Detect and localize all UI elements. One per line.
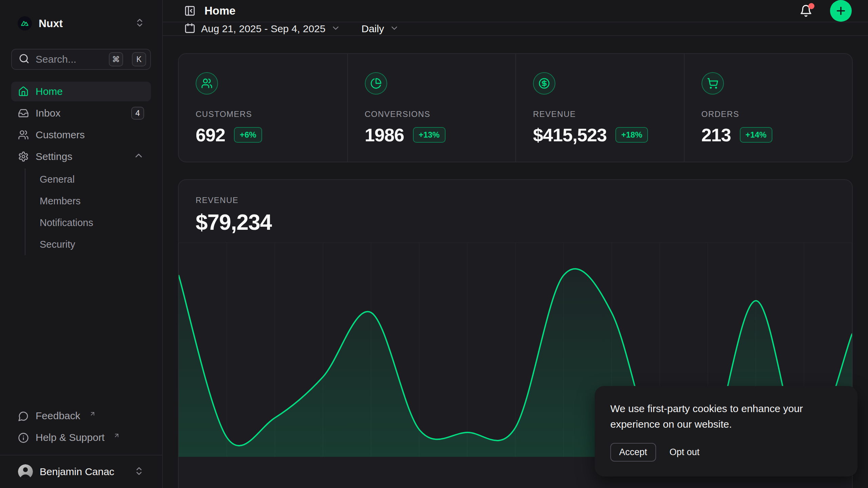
sub-item-label: General xyxy=(40,174,75,185)
stat-delta-badge: +14% xyxy=(740,127,772,143)
sidebar-item-label: Inbox xyxy=(36,107,124,119)
stat-card-revenue[interactable]: REVENUE $415,523 +18% xyxy=(515,54,684,162)
sidebar-item-settings[interactable]: Settings xyxy=(11,147,151,166)
chevrons-up-down-icon xyxy=(134,466,144,477)
stat-value: 1986 xyxy=(365,124,404,145)
stat-label: REVENUE xyxy=(533,109,667,119)
sidebar-nav: Home Inbox 4 Customers Settings General xyxy=(11,82,151,255)
stat-card-conversions[interactable]: CONVERSIONS 1986 +13% xyxy=(347,54,516,162)
search-input[interactable]: Search... ⌘ K xyxy=(11,49,151,70)
notifications-button[interactable] xyxy=(800,4,812,17)
external-link-icon xyxy=(113,430,120,441)
sidebar-item-label: Home xyxy=(36,86,144,97)
optout-cookies-button[interactable]: Opt out xyxy=(670,447,700,458)
footer-item-label: Help & Support xyxy=(36,432,104,443)
revenue-panel-label: REVENUE xyxy=(196,196,835,205)
add-button[interactable] xyxy=(830,0,852,22)
brand-name: Nuxt xyxy=(39,17,128,30)
panel-left-close-icon xyxy=(184,5,196,17)
chevron-down-icon xyxy=(390,23,399,34)
sidebar-item-customers[interactable]: Customers xyxy=(11,125,151,145)
stat-delta-badge: +18% xyxy=(615,127,648,143)
users-icon xyxy=(196,72,218,95)
cookie-banner: We use first-party cookies to enhance yo… xyxy=(595,386,857,476)
sidebar-item-general[interactable]: General xyxy=(36,168,151,190)
sidebar-item-security[interactable]: Security xyxy=(36,233,151,255)
home-icon xyxy=(18,86,29,97)
users-icon xyxy=(18,129,29,140)
sidebar-collapse-button[interactable] xyxy=(184,5,196,17)
plus-icon xyxy=(835,5,847,17)
sidebar-item-label: Customers xyxy=(36,129,144,141)
stat-card-orders[interactable]: ORDERS 213 +14% xyxy=(684,54,852,162)
stat-label: CONVERSIONS xyxy=(365,109,499,119)
sidebar: Nuxt Search... ⌘ K Home Inbox 4 xyxy=(0,0,163,488)
stat-value: 692 xyxy=(196,124,225,145)
chevrons-up-down-icon xyxy=(135,18,145,29)
sidebar-item-home[interactable]: Home xyxy=(11,82,151,101)
cookie-message: We use first-party cookies to enhance yo… xyxy=(610,401,831,432)
granularity-select[interactable]: Daily xyxy=(361,23,399,35)
calendar-icon xyxy=(184,22,196,35)
sidebar-item-members[interactable]: Members xyxy=(36,190,151,212)
sidebar-item-inbox[interactable]: Inbox 4 xyxy=(11,103,151,123)
circle-dollar-icon xyxy=(533,72,555,95)
user-menu[interactable]: Benjamin Canac xyxy=(11,460,151,484)
team-switcher[interactable]: Nuxt xyxy=(11,12,151,35)
nuxt-logo-icon xyxy=(18,16,32,30)
shopping-cart-icon xyxy=(702,72,724,95)
notification-dot xyxy=(808,3,814,9)
pie-chart-icon xyxy=(365,72,387,95)
date-range-picker[interactable]: Aug 21, 2025 - Sep 4, 2025 xyxy=(184,22,340,35)
inbox-count-badge: 4 xyxy=(131,107,144,120)
page-title: Home xyxy=(204,4,791,17)
page-header: Home xyxy=(163,0,868,22)
sidebar-item-help-support[interactable]: Help & Support xyxy=(11,428,151,447)
sidebar-footer: Feedback Help & Support xyxy=(11,407,151,455)
chevron-up-icon xyxy=(133,150,144,163)
stats-grid: CUSTOMERS 692 +6% CONVERSIONS 1986 +13% xyxy=(178,53,853,162)
inbox-icon xyxy=(18,108,29,119)
sidebar-item-label: Settings xyxy=(36,151,126,162)
message-bubble-icon xyxy=(18,411,29,422)
stat-label: CUSTOMERS xyxy=(196,109,330,119)
sidebar-item-feedback[interactable]: Feedback xyxy=(11,407,151,426)
granularity-label: Daily xyxy=(361,23,384,35)
footer-item-label: Feedback xyxy=(36,410,80,422)
chevron-down-icon xyxy=(331,23,340,34)
external-link-icon xyxy=(89,408,96,420)
filters-toolbar: Aug 21, 2025 - Sep 4, 2025 Daily xyxy=(163,22,868,36)
stat-card-customers[interactable]: CUSTOMERS 692 +6% xyxy=(179,54,347,162)
sub-item-label: Members xyxy=(40,196,81,207)
stat-label: ORDERS xyxy=(702,109,835,119)
sidebar-item-notifications[interactable]: Notifications xyxy=(36,212,151,233)
search-placeholder: Search... xyxy=(36,54,103,65)
kbd-k: K xyxy=(132,52,146,66)
user-name: Benjamin Canac xyxy=(40,466,127,477)
settings-sub-list: General Members Notifications Security xyxy=(25,168,151,255)
stat-delta-badge: +6% xyxy=(234,127,262,143)
gear-icon xyxy=(18,151,29,162)
sub-item-label: Notifications xyxy=(40,217,93,228)
stat-value: $415,523 xyxy=(533,124,607,145)
date-range-label: Aug 21, 2025 - Sep 4, 2025 xyxy=(201,23,326,35)
sub-item-label: Security xyxy=(40,239,75,250)
stat-value: 213 xyxy=(702,124,731,145)
avatar xyxy=(18,464,33,479)
revenue-panel-value: $79,234 xyxy=(196,210,835,235)
accept-cookies-button[interactable]: Accept xyxy=(610,443,656,462)
kbd-cmd: ⌘ xyxy=(109,52,123,66)
stat-delta-badge: +13% xyxy=(413,127,446,143)
user-section: Benjamin Canac xyxy=(0,455,162,488)
search-icon xyxy=(19,53,29,65)
info-circle-icon xyxy=(18,432,29,443)
